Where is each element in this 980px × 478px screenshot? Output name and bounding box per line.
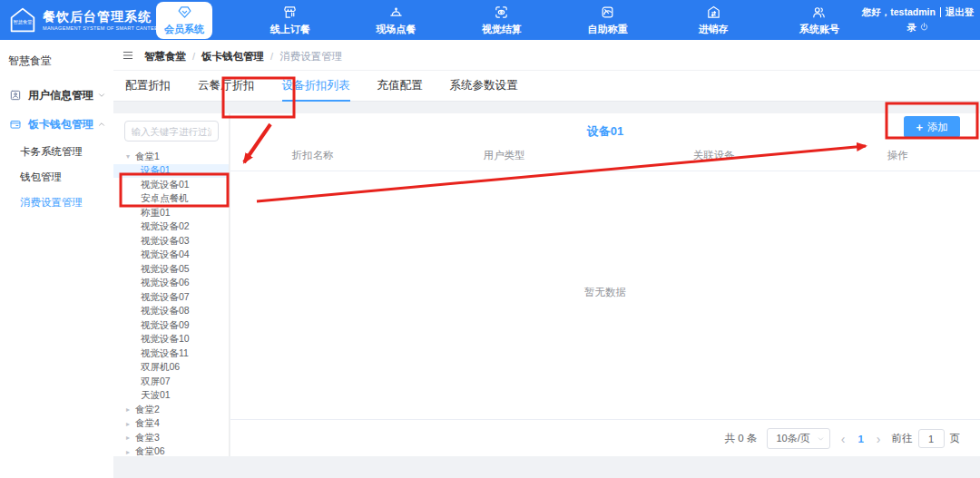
tab-config-discount[interactable]: 配置折扣 xyxy=(125,71,171,101)
table-header-cell: 用户类型 xyxy=(396,149,613,162)
tree-node[interactable]: 视觉设备04 xyxy=(113,249,229,263)
top-nav: 会员系统 线上订餐 现场点餐 视觉结算 自助称重 进销存 系统账号 xyxy=(156,0,848,40)
tab-device-discount-list[interactable]: 设备折扣列表 xyxy=(282,71,350,101)
device-tree-panel: ▾食堂1 设备01 视觉设备01 安卓点餐机 称重01 视觉设备02 视觉设备0… xyxy=(113,113,230,456)
add-button[interactable]: + 添加 xyxy=(904,116,960,138)
breadcrumb-separator: / xyxy=(192,51,195,62)
scale-icon xyxy=(600,5,615,20)
device-tree: ▾食堂1 设备01 视觉设备01 安卓点餐机 称重01 视觉设备02 视觉设备0… xyxy=(113,150,229,459)
nav-item-member-system[interactable]: 会员系统 xyxy=(156,2,212,39)
chevron-down-icon xyxy=(817,434,825,443)
warehouse-icon xyxy=(706,5,721,20)
pagination-total: 共 0 条 xyxy=(725,432,758,445)
sidebar-item-wallet-management[interactable]: 钱包管理 xyxy=(0,164,113,190)
sidebar-group-user-info-management[interactable]: 用户信息管理 xyxy=(0,81,113,110)
store-icon xyxy=(282,5,298,20)
page-size-select[interactable]: 10条/页 xyxy=(767,428,829,449)
pagination: 共 0 条 10条/页 ‹ 1 › 前往 页 xyxy=(725,428,960,449)
sidebar-title: 智慧食堂 xyxy=(0,40,113,69)
sidebar-item-card-system-management[interactable]: 卡务系统管理 xyxy=(0,139,113,164)
breadcrumb: 智慧食堂/饭卡钱包管理/消费设置管理 xyxy=(144,47,342,63)
page-title: 设备01 xyxy=(230,123,980,140)
tree-node[interactable]: 视觉设备02 xyxy=(113,220,229,235)
tree-node[interactable]: 视觉设备11 xyxy=(113,346,229,361)
breadcrumb-separator: / xyxy=(270,51,273,62)
prev-page-button[interactable]: ‹ xyxy=(840,433,847,445)
next-page-button[interactable]: › xyxy=(876,433,882,445)
tab-recharge-config[interactable]: 充值配置 xyxy=(377,71,423,101)
tree-node[interactable]: 视觉设备09 xyxy=(113,318,229,333)
app-logo: 智慧食堂 餐饮后台管理系统 MANAGEMENT SYSTEM OF SMART… xyxy=(0,6,154,34)
gem-icon xyxy=(177,5,192,20)
app-subtitle: MANAGEMENT SYSTEM OF SMART CANTEEN xyxy=(43,25,162,31)
tree-node[interactable]: 视觉设备06 xyxy=(113,277,229,291)
nav-item-online-ordering[interactable]: 线上订餐 xyxy=(262,0,318,40)
tree-node[interactable]: 双屏机06 xyxy=(113,361,229,376)
tree-node[interactable]: 安卓点餐机 xyxy=(113,192,229,207)
sidebar-item-consumption-settings[interactable]: 消费设置管理 xyxy=(0,190,113,215)
table-bottom-divider xyxy=(230,419,980,420)
tree-node[interactable]: 称重01 xyxy=(113,206,229,220)
breadcrumb-item[interactable]: 智慧食堂 xyxy=(144,51,186,62)
breadcrumb-item: 消费设置管理 xyxy=(279,51,342,62)
nav-item-inventory[interactable]: 进销存 xyxy=(685,0,741,40)
tree-filter-input[interactable] xyxy=(124,121,219,141)
tree-node[interactable]: ▸食堂4 xyxy=(113,417,229,432)
tree-node[interactable]: 天波01 xyxy=(113,389,229,404)
goto-page: 前往 页 xyxy=(892,429,961,448)
tab-system-params[interactable]: 系统参数设置 xyxy=(450,71,518,101)
user-box: 您好，testadmin退出登录 xyxy=(860,5,980,35)
vision-icon xyxy=(494,5,509,20)
tree-node[interactable]: ▾食堂1 xyxy=(113,150,229,164)
empty-state-text: 暂无数据 xyxy=(230,286,980,299)
account-icon xyxy=(811,5,827,20)
svg-text:智慧食堂: 智慧食堂 xyxy=(13,19,33,25)
tree-node[interactable]: ▸食堂2 xyxy=(113,403,229,417)
caret-right-icon[interactable]: ▸ xyxy=(126,448,135,456)
tree-node[interactable]: 视觉设备05 xyxy=(113,262,229,277)
nav-item-self-weighing[interactable]: 自助称重 xyxy=(580,0,636,40)
divider xyxy=(940,7,941,17)
sidebar-group-card-wallet-management[interactable]: 饭卡钱包管理 xyxy=(0,110,113,139)
top-header: 智慧食堂 餐饮后台管理系统 MANAGEMENT SYSTEM OF SMART… xyxy=(0,0,980,40)
nav-item-onsite-ordering[interactable]: 现场点餐 xyxy=(368,0,424,40)
nav-item-vision-checkout[interactable]: 视觉结算 xyxy=(474,0,530,40)
tab-cloud-restaurant-discount[interactable]: 云餐厅折扣 xyxy=(198,71,255,101)
tab-bar: 配置折扣云餐厅折扣设备折扣列表充值配置系统参数设置 xyxy=(113,71,980,102)
tree-node[interactable]: 双屏07 xyxy=(113,375,229,389)
main-panel: 设备01 + 添加 折扣名称用户类型关联设备操作 暂无数据 共 0 条 10条/… xyxy=(230,113,980,456)
table-header-cell: 折扣名称 xyxy=(230,149,396,162)
tree-node[interactable]: 视觉设备08 xyxy=(113,305,229,319)
caret-right-icon[interactable]: ▸ xyxy=(126,420,135,428)
goto-page-input[interactable] xyxy=(918,429,945,448)
chevron-up-icon xyxy=(97,120,106,129)
caret-right-icon[interactable]: ▸ xyxy=(126,434,135,442)
collapse-menu-icon[interactable] xyxy=(122,49,134,62)
caret-down-icon[interactable]: ▾ xyxy=(126,152,135,161)
nav-item-system-account[interactable]: 系统账号 xyxy=(791,0,848,40)
tree-node[interactable]: 视觉设备03 xyxy=(113,234,229,249)
tree-node[interactable]: 视觉设备01 xyxy=(113,178,229,192)
breadcrumb-item[interactable]: 饭卡钱包管理 xyxy=(201,51,264,62)
user-info-icon xyxy=(9,89,22,102)
tree-node[interactable]: ▸食堂06 xyxy=(113,445,229,460)
current-page-number[interactable]: 1 xyxy=(856,434,865,444)
sidebar: 智慧食堂 用户信息管理 饭卡钱包管理 卡务系统管理钱包管理消费设置管理 xyxy=(0,40,113,478)
tree-node[interactable]: ▸食堂3 xyxy=(113,431,229,445)
app-title: 餐饮后台管理系统 xyxy=(43,9,162,25)
wallet-icon xyxy=(9,118,22,131)
dining-icon xyxy=(388,5,404,20)
table-header-cell: 关联设备 xyxy=(612,149,815,162)
table-header-row: 折扣名称用户类型关联设备操作 xyxy=(230,149,980,171)
logout-power-icon xyxy=(919,22,929,32)
user-greeting: 您好，testadmin xyxy=(862,6,936,17)
tree-node[interactable]: 设备01 xyxy=(113,164,229,179)
table-header-cell: 操作 xyxy=(815,149,980,162)
tree-node[interactable]: 视觉设备10 xyxy=(113,333,229,347)
breadcrumb-bar: 智慧食堂/饭卡钱包管理/消费设置管理 xyxy=(113,40,980,71)
sidebar-menu: 用户信息管理 饭卡钱包管理 卡务系统管理钱包管理消费设置管理 xyxy=(0,81,113,215)
caret-right-icon[interactable]: ▸ xyxy=(126,405,135,414)
plus-icon: + xyxy=(916,122,923,133)
tree-node[interactable]: 视觉设备07 xyxy=(113,290,229,305)
smart-canteen-logo-icon: 智慧食堂 xyxy=(9,6,36,34)
